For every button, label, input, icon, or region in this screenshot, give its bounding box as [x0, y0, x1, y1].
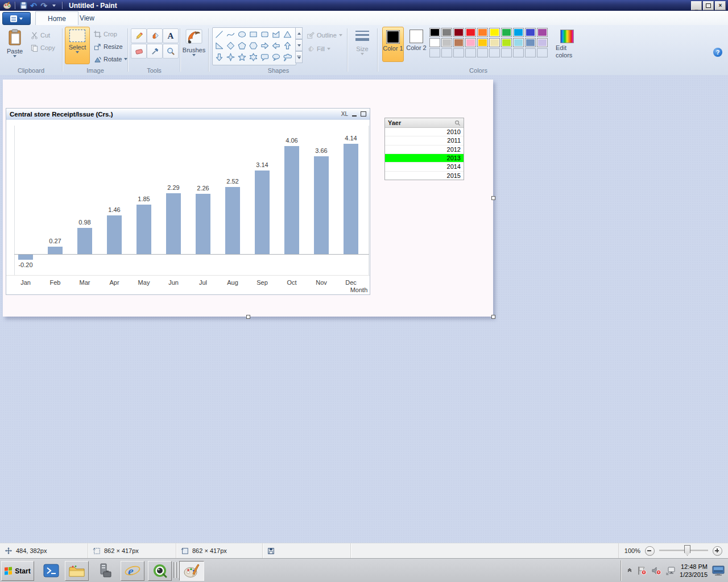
minimize-button[interactable]: _: [691, 1, 702, 10]
arrow-left-shape-icon[interactable]: [270, 40, 282, 51]
triangle-shape-icon[interactable]: [282, 28, 293, 40]
taskbar-qlikview-button[interactable]: [148, 561, 172, 581]
zoom-in-button[interactable]: [713, 546, 722, 556]
start-button[interactable]: Start: [1, 561, 34, 581]
close-button[interactable]: ×: [715, 1, 726, 10]
palette-swatch[interactable]: [441, 28, 452, 37]
taskbar-server-manager-button[interactable]: [93, 561, 116, 580]
network-icon[interactable]: [666, 567, 675, 575]
resize-button[interactable]: Resize: [94, 41, 123, 52]
scroll-down-button[interactable]: [295, 39, 303, 51]
folder-icon: [68, 564, 85, 579]
pentagon-shape-icon[interactable]: [236, 40, 247, 51]
palette-swatch[interactable]: [525, 38, 536, 47]
canvas-resize-handle-bottom[interactable]: [246, 315, 250, 319]
rotate-button[interactable]: Rotate: [94, 53, 127, 65]
palette-swatch[interactable]: [429, 28, 440, 37]
line-shape-icon[interactable]: [213, 28, 225, 40]
color1-button[interactable]: Color 1: [382, 27, 404, 62]
taskbar-ie-button[interactable]: e: [121, 561, 144, 581]
help-icon[interactable]: ?: [713, 48, 722, 57]
arrow-right-shape-icon[interactable]: [259, 40, 270, 51]
qlikview-icon: [152, 563, 168, 579]
star-4-shape-icon[interactable]: [225, 51, 236, 63]
palette-swatch[interactable]: [465, 28, 476, 37]
star-6-shape-icon[interactable]: [247, 51, 259, 63]
fill-button[interactable]: Fill: [307, 43, 330, 55]
palette-swatch[interactable]: [501, 38, 512, 47]
zoom-slider-track[interactable]: [659, 550, 708, 552]
copy-button[interactable]: Copy: [31, 42, 55, 53]
scroll-more-button[interactable]: [295, 51, 303, 63]
palette-swatch[interactable]: [453, 28, 464, 37]
zoom-slider-thumb[interactable]: [684, 545, 690, 556]
outline-button[interactable]: Outline: [307, 30, 342, 41]
restore-button[interactable]: [703, 1, 714, 10]
paste-button[interactable]: Paste: [2, 27, 27, 64]
diamond-shape-icon[interactable]: [225, 40, 236, 51]
palette-swatch[interactable]: [537, 38, 548, 47]
palette-swatch[interactable]: [525, 28, 536, 37]
scroll-up-button[interactable]: [295, 27, 303, 39]
bar-value-label: 0.98: [70, 219, 100, 226]
taskbar-clock[interactable]: 12:48 PM 1/23/2015: [680, 563, 708, 579]
canvas-resize-handle-right[interactable]: [491, 196, 495, 200]
x-tick-label: Jan: [11, 279, 40, 286]
right-triangle-shape-icon[interactable]: [213, 40, 225, 51]
qat-dropdown-icon[interactable]: [49, 1, 59, 10]
save-icon[interactable]: [18, 1, 28, 10]
pencil-tool-button[interactable]: [131, 28, 147, 43]
palette-swatch[interactable]: [477, 38, 488, 47]
palette-swatch[interactable]: [429, 38, 440, 47]
ellipse-shape-icon[interactable]: [236, 28, 247, 40]
text-tool-button[interactable]: A: [163, 28, 179, 43]
palette-swatch[interactable]: [465, 38, 476, 47]
tab-view[interactable]: View: [66, 11, 108, 24]
zoom-out-button[interactable]: [645, 546, 655, 556]
arrow-up-shape-icon[interactable]: [282, 40, 293, 51]
edit-colors-button[interactable]: Edit colors: [556, 27, 578, 62]
rounded-rectangle-shape-icon[interactable]: [259, 28, 270, 40]
polygon-shape-icon[interactable]: [270, 28, 282, 40]
palette-swatch[interactable]: [537, 28, 548, 37]
taskbar-paint-button[interactable]: [179, 561, 204, 581]
color-picker-tool-button[interactable]: [147, 44, 163, 59]
hidden-icons-chevron[interactable]: [627, 568, 632, 573]
callout-rounded-shape-icon[interactable]: [259, 51, 270, 63]
palette-swatch[interactable]: [441, 38, 452, 47]
palette-swatch[interactable]: [513, 28, 524, 37]
palette-swatch[interactable]: [477, 28, 488, 37]
cut-button[interactable]: Cut: [31, 30, 50, 41]
eraser-tool-button[interactable]: [131, 44, 147, 59]
palette-swatch[interactable]: [453, 38, 464, 47]
bar-nov: [314, 156, 329, 254]
undo-icon[interactable]: ↶: [28, 1, 39, 10]
palette-swatch[interactable]: [513, 38, 524, 47]
palette-swatch[interactable]: [501, 28, 512, 37]
crop-button[interactable]: Crop: [94, 28, 117, 40]
app-menu-button[interactable]: [2, 12, 31, 25]
hexagon-shape-icon[interactable]: [247, 40, 259, 51]
taskbar-explorer-button[interactable]: [65, 561, 89, 581]
redo-icon[interactable]: ↷: [39, 1, 49, 10]
volume-muted-icon[interactable]: [651, 566, 661, 575]
size-button[interactable]: Size: [350, 27, 375, 64]
magnifier-tool-button[interactable]: [163, 44, 179, 59]
callout-oval-shape-icon[interactable]: [270, 51, 282, 63]
fill-tool-button[interactable]: [147, 28, 163, 43]
canvas-resize-handle-corner[interactable]: [491, 315, 495, 319]
action-center-flag-icon[interactable]: [637, 566, 647, 575]
taskbar-powershell-button[interactable]: [40, 561, 63, 580]
show-desktop-icon[interactable]: [712, 566, 725, 576]
curve-shape-icon[interactable]: [225, 28, 236, 40]
rectangle-shape-icon[interactable]: [247, 28, 259, 40]
palette-swatch[interactable]: [489, 28, 500, 37]
paint-canvas[interactable]: Central store Receipt/Issue (Crs.) XL -0…: [3, 80, 493, 317]
color2-button[interactable]: Color 2: [406, 27, 427, 62]
brushes-button[interactable]: Brushes: [181, 27, 206, 64]
star-5-shape-icon[interactable]: [236, 51, 247, 63]
palette-swatch[interactable]: [489, 38, 500, 47]
select-button[interactable]: Select: [65, 27, 90, 64]
callout-cloud-shape-icon[interactable]: [282, 51, 293, 63]
arrow-down-shape-icon[interactable]: [213, 51, 225, 63]
